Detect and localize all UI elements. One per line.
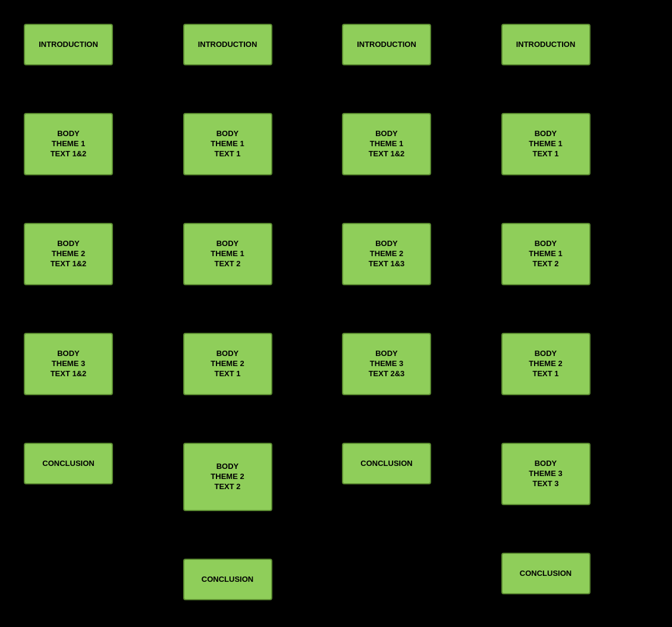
card-col1-conclusion: CONCLUSION [24, 443, 113, 484]
card-col2-conclusion: CONCLUSION [183, 559, 272, 600]
main-grid: INTRODUCTION BODYTHEME 1TEXT 1&2 BODYTHE… [0, 0, 672, 627]
card-col3-body-theme1-text12: BODYTHEME 1TEXT 1&2 [342, 113, 431, 175]
card-col2-introduction: INTRODUCTION [183, 24, 272, 65]
card-col2-body-theme1-text2: BODYTHEME 1TEXT 2 [183, 223, 272, 285]
card-col3-body-theme3-text23: BODYTHEME 3TEXT 2&3 [342, 333, 431, 395]
card-col1-body-theme1-text12: BODYTHEME 1TEXT 1&2 [24, 113, 113, 175]
card-col1-body-theme3-text12: BODYTHEME 3TEXT 1&2 [24, 333, 113, 395]
column-1: INTRODUCTION BODYTHEME 1TEXT 1&2 BODYTHE… [18, 24, 177, 627]
card-col4-body-theme1-text2: BODYTHEME 1TEXT 2 [501, 223, 591, 285]
card-col4-introduction: INTRODUCTION [501, 24, 591, 65]
card-col2-body-theme1-text1: BODYTHEME 1TEXT 1 [183, 113, 272, 175]
column-3: INTRODUCTION BODYTHEME 1TEXT 1&2 BODYTHE… [336, 24, 495, 627]
card-col1-body-theme2-text12: BODYTHEME 2TEXT 1&2 [24, 223, 113, 285]
column-2: INTRODUCTION BODYTHEME 1TEXT 1 BODYTHEME… [177, 24, 337, 627]
card-col3-body-theme2-text13: BODYTHEME 2TEXT 1&3 [342, 223, 431, 285]
column-4: INTRODUCTION BODYTHEME 1TEXT 1 BODYTHEME… [495, 24, 655, 627]
card-col2-body-theme2-text1: BODYTHEME 2TEXT 1 [183, 333, 272, 395]
card-col1-introduction: INTRODUCTION [24, 24, 113, 65]
card-col4-conclusion: CONCLUSION [501, 553, 591, 594]
card-col3-introduction: INTRODUCTION [342, 24, 431, 65]
card-col4-body-theme2-text1: BODYTHEME 2TEXT 1 [501, 333, 591, 395]
card-col3-conclusion: CONCLUSION [342, 443, 431, 484]
card-col4-body-theme1-text1: BODYTHEME 1TEXT 1 [501, 113, 591, 175]
card-col2-body-theme2-text2: BODYTHEME 2TEXT 2 [183, 443, 272, 511]
card-col4-body-theme3-text3: BODYTHEME 3TEXT 3 [501, 443, 591, 505]
